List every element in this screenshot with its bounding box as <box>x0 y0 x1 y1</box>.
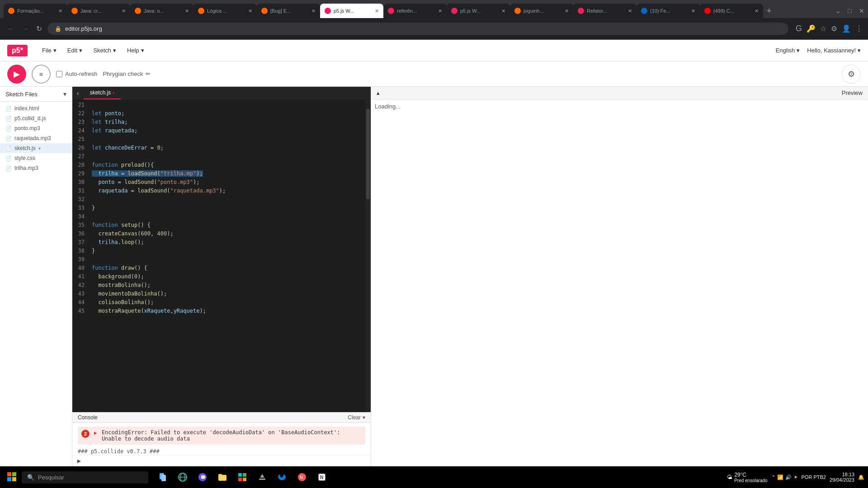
tab-7[interactable]: referên... ✕ <box>383 4 447 18</box>
console-clear-button[interactable]: Clear ▾ <box>348 414 365 421</box>
refresh-button[interactable]: ↻ <box>34 23 44 35</box>
taskbar-store-icon[interactable] <box>233 468 251 486</box>
tab-10[interactable]: Refator... ✕ <box>573 4 637 18</box>
system-tray[interactable]: ⌃ 📶 🔊 ☀ <box>771 474 798 480</box>
tab-3[interactable]: Java: o... ✕ <box>130 4 193 18</box>
language-indicator: POR PTB2 <box>802 474 826 480</box>
close-tab-10[interactable]: ✕ <box>628 8 632 14</box>
maximize-icon[interactable]: □ <box>848 7 852 14</box>
user-greeting[interactable]: Hello, Kassianney! ▾ <box>807 47 861 54</box>
auto-refresh-label: Auto-refresh <box>65 70 98 77</box>
tab-5[interactable]: [Bug] E... ✕ <box>257 4 320 18</box>
tab-2[interactable]: Java: cr... ✕ <box>67 4 130 18</box>
vertical-scrollbar[interactable] <box>365 100 371 412</box>
close-tab-5[interactable]: ✕ <box>311 8 316 14</box>
taskbar-clock[interactable]: 18:13 29/04/2023 <box>830 472 854 483</box>
tab-4[interactable]: Lógica ... ✕ <box>193 4 257 18</box>
close-tab-7[interactable]: ✕ <box>438 8 442 14</box>
close-tab-6[interactable]: ✕ <box>375 8 379 14</box>
editor-tab-sketch-js[interactable]: sketch.js • <box>84 87 121 99</box>
menu-edit[interactable]: Edit ▾ <box>62 45 88 56</box>
stop-button[interactable]: ■ <box>32 65 51 84</box>
file-item-raquetada-mp3[interactable]: 📄 raquetada.mp3 <box>0 133 72 143</box>
language-selector[interactable]: English ▾ <box>776 47 800 54</box>
preview-loading-text: Loading... <box>375 103 401 110</box>
taskbar-search[interactable]: 🔍 Pesquisar <box>22 471 148 483</box>
menu-file[interactable]: File ▾ <box>37 45 62 56</box>
console-expand-icon: ▾ <box>363 414 365 421</box>
close-tab-11[interactable]: ✕ <box>691 8 695 14</box>
code-editor[interactable]: 21 22 23 24 25 26 27 28 29 30 31 32 33 3… <box>72 100 371 412</box>
sketch-name[interactable]: Phrygian check ✏ <box>103 70 151 77</box>
file-item-sketch-js[interactable]: 📄 sketch.js ▾ <box>0 143 72 153</box>
code-content[interactable]: let ponto; let trilha; let raquetada; le… <box>88 100 365 412</box>
forward-button[interactable]: → <box>20 23 31 35</box>
auto-refresh-toggle[interactable]: Auto-refresh <box>56 70 98 77</box>
tab-11[interactable]: (10) Fe... ✕ <box>637 4 700 18</box>
tab-6-active[interactable]: p5.js W... ✕ <box>320 4 383 18</box>
file-item-index-html[interactable]: 📄 index.html <box>0 103 72 113</box>
taskbar-folder-icon[interactable] <box>213 468 231 486</box>
new-tab-button[interactable]: + <box>763 6 775 16</box>
close-icon[interactable]: ✕ <box>859 7 864 14</box>
scrollbar-thumb[interactable] <box>366 109 370 199</box>
url-bar[interactable]: 🔒 editor.p5js.org <box>47 23 788 35</box>
start-button[interactable] <box>4 470 20 484</box>
close-tab-8[interactable]: ✕ <box>501 8 505 14</box>
clear-label: Clear <box>348 414 361 421</box>
tab-8[interactable]: p5.js W... ✕ <box>447 4 510 18</box>
console-error-item: 2 ► EncodingError: Failed to execute 'de… <box>78 427 365 445</box>
close-tab-3[interactable]: ✕ <box>185 8 189 14</box>
console-prompt[interactable]: ► <box>72 455 371 466</box>
taskbar-browser-icon[interactable] <box>174 468 192 486</box>
file-icon: 📄 <box>5 165 12 171</box>
taskbar-edge-icon[interactable] <box>273 468 291 486</box>
close-tab-9[interactable]: ✕ <box>565 8 569 14</box>
unsaved-indicator: • <box>113 90 114 95</box>
language-label: English <box>776 47 795 54</box>
menu-dots-icon[interactable]: ⋮ <box>855 24 863 33</box>
back-button[interactable]: ← <box>5 23 16 35</box>
taskbar-download-icon[interactable] <box>253 468 271 486</box>
play-button[interactable]: ▶ <box>7 65 26 84</box>
svg-rect-15 <box>238 478 242 481</box>
console-panel: Console Clear ▾ 2 ► EncodingError: Faile… <box>72 412 371 466</box>
tab-1[interactable]: Formação... ✕ <box>4 4 67 18</box>
menu-help[interactable]: Help ▾ <box>122 45 150 56</box>
extension-icon[interactable]: ⚙ <box>831 24 837 33</box>
close-tab-12[interactable]: ✕ <box>755 8 759 14</box>
console-header: Console Clear ▾ <box>72 413 371 423</box>
close-tab-2[interactable]: ✕ <box>122 8 126 14</box>
profile-icon[interactable]: 👤 <box>842 24 851 33</box>
notification-icon[interactable]: 🔔 <box>858 474 864 480</box>
tray-up-icon[interactable]: ⌃ <box>771 474 775 480</box>
taskbar-app1-icon[interactable]: N <box>293 468 311 486</box>
brightness-icon[interactable]: ☀ <box>793 474 798 480</box>
file-name: index.html <box>14 105 39 112</box>
settings-button[interactable]: ⚙ <box>842 65 861 84</box>
file-name: ponto.mp3 <box>14 125 40 131</box>
file-item-trilha-mp3[interactable]: 📄 trilha.mp3 <box>0 163 72 173</box>
close-tab-1[interactable]: ✕ <box>58 8 62 14</box>
auto-refresh-checkbox[interactable] <box>56 71 62 77</box>
svg-rect-17 <box>259 479 265 480</box>
minimize-icon[interactable]: ⌄ <box>835 7 841 14</box>
file-item-p5-collide[interactable]: 📄 p5.collid_d.js <box>0 113 72 123</box>
key-icon[interactable]: 🔑 <box>807 24 816 33</box>
taskbar-notion-icon[interactable]: N <box>313 468 331 486</box>
tab-9[interactable]: joguinh... ✕ <box>510 4 573 18</box>
menu-sketch[interactable]: Sketch ▾ <box>88 45 122 56</box>
taskbar-files-icon[interactable] <box>154 468 172 486</box>
wifi-icon[interactable]: 📶 <box>777 474 783 480</box>
preview-resize-icon[interactable]: ▴ <box>377 89 380 96</box>
bookmark-icon[interactable]: ☆ <box>820 24 826 33</box>
google-icon[interactable]: G <box>796 24 802 33</box>
close-tab-4[interactable]: ✕ <box>248 8 252 14</box>
file-item-style-css[interactable]: 📄 style.css <box>0 153 72 163</box>
taskbar-chat-icon[interactable]: 💬 <box>193 468 212 486</box>
volume-icon[interactable]: 🔊 <box>785 474 792 480</box>
sidebar-collapse-button[interactable]: ▾ <box>63 90 66 98</box>
collapse-sidebar-button[interactable]: ‹ <box>72 87 84 99</box>
file-item-ponto-mp3[interactable]: 📄 ponto.mp3 <box>0 123 72 133</box>
tab-12[interactable]: (499) C... ✕ <box>700 4 763 18</box>
